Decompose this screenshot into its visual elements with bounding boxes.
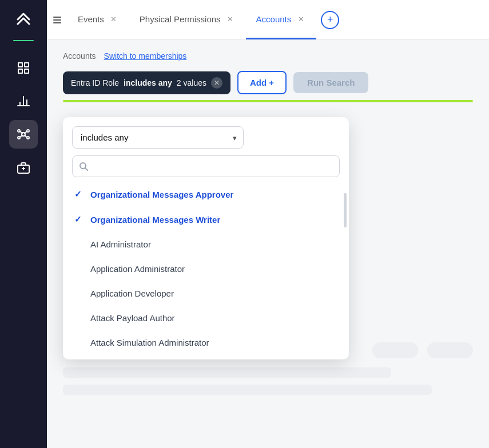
svg-rect-0 bbox=[18, 63, 22, 67]
item-label-attack-sim: Attack Simulation Administrator bbox=[90, 338, 209, 347]
operator-select-row: includes any excludes any includes all ▾ bbox=[63, 126, 349, 155]
list-item-org-messages-approver[interactable]: ✓ Organizational Messages Approver bbox=[63, 182, 349, 207]
svg-rect-2 bbox=[18, 69, 22, 73]
main-content: Accounts Switch to memberships Entra ID … bbox=[47, 0, 489, 448]
expand-sidebar-button[interactable] bbox=[49, 12, 65, 28]
tab-list: Events ✕ Physical Permissions ✕ Accounts… bbox=[67, 0, 344, 39]
ghost-row-2 bbox=[63, 385, 432, 395]
tab-accounts-close[interactable]: ✕ bbox=[296, 14, 306, 24]
add-tab-button[interactable]: + bbox=[321, 11, 339, 29]
sidebar-item-chart[interactable] bbox=[9, 87, 38, 115]
green-bar bbox=[63, 100, 473, 102]
svg-line-13 bbox=[20, 131, 22, 133]
item-label-approver: Organizational Messages Approver bbox=[90, 190, 233, 199]
sidebar-item-briefcase[interactable] bbox=[9, 153, 38, 182]
svg-rect-1 bbox=[25, 63, 29, 67]
svg-line-16 bbox=[25, 135, 27, 137]
item-label-attack-payload: Attack Payload Author bbox=[90, 313, 175, 323]
item-label-ai-admin: AI Administrator bbox=[90, 239, 151, 249]
ghost-row-1 bbox=[63, 367, 391, 378]
tab-physical-permissions-label: Physical Permissions bbox=[140, 14, 221, 24]
check-icon-approver: ✓ bbox=[74, 189, 85, 199]
add-filter-button[interactable]: Add + bbox=[237, 71, 287, 94]
operator-select-wrapper: includes any excludes any includes all ▾ bbox=[72, 126, 244, 149]
add-tab-icon: + bbox=[327, 14, 333, 26]
ghost-pill-2 bbox=[427, 342, 473, 358]
list-item-application-developer[interactable]: Application Developer bbox=[63, 281, 349, 306]
sidebar-divider bbox=[13, 40, 34, 41]
sidebar-item-network[interactable] bbox=[9, 120, 38, 149]
search-row bbox=[63, 155, 349, 182]
svg-line-15 bbox=[20, 135, 22, 137]
filter-chip: Entra ID Role includes any 2 values ✕ bbox=[63, 71, 230, 94]
tab-events[interactable]: Events ✕ bbox=[67, 0, 129, 39]
chip-suffix: 2 values bbox=[177, 78, 206, 87]
content-area: Accounts Switch to memberships Entra ID … bbox=[47, 40, 489, 413]
breadcrumb-row: Accounts Switch to memberships bbox=[63, 51, 473, 61]
list-item-attack-simulation-admin[interactable]: Attack Simulation Administrator bbox=[63, 330, 349, 355]
search-icon-wrap bbox=[72, 155, 340, 177]
item-label-app-dev: Application Developer bbox=[90, 289, 174, 298]
tab-physical-permissions[interactable]: Physical Permissions ✕ bbox=[129, 0, 246, 39]
list-item-ai-administrator[interactable]: AI Administrator bbox=[63, 232, 349, 257]
sidebar-logo[interactable] bbox=[11, 7, 36, 32]
sidebar-item-analytics[interactable] bbox=[9, 54, 38, 82]
dropdown-list: ✓ Organizational Messages Approver ✓ Org… bbox=[63, 182, 349, 355]
tab-accounts[interactable]: Accounts ✕ bbox=[246, 0, 317, 39]
scrollbar-indicator bbox=[344, 193, 347, 227]
run-search-button[interactable]: Run Search bbox=[293, 72, 368, 93]
item-label-writer: Organizational Messages Writer bbox=[90, 215, 220, 225]
check-icon-writer: ✓ bbox=[74, 214, 85, 225]
list-item-attack-payload-author[interactable]: Attack Payload Author bbox=[63, 306, 349, 330]
item-label-app-admin: Application Administrator bbox=[90, 264, 185, 274]
filter-row: Entra ID Role includes any 2 values ✕ Ad… bbox=[63, 71, 473, 94]
tab-physical-permissions-close[interactable]: ✕ bbox=[225, 14, 236, 24]
chip-close-button[interactable]: ✕ bbox=[211, 77, 222, 89]
tab-events-label: Events bbox=[78, 14, 104, 24]
list-item-org-messages-writer[interactable]: ✓ Organizational Messages Writer bbox=[63, 207, 349, 232]
dropdown-search-input[interactable] bbox=[72, 155, 340, 177]
sidebar bbox=[0, 0, 47, 448]
topbar: Events ✕ Physical Permissions ✕ Accounts… bbox=[47, 0, 489, 40]
svg-rect-3 bbox=[25, 69, 29, 73]
svg-line-14 bbox=[25, 131, 27, 133]
ghost-pill-1 bbox=[372, 342, 418, 358]
dropdown-panel: includes any excludes any includes all ▾ bbox=[63, 117, 349, 359]
breadcrumb-current: Accounts bbox=[63, 51, 96, 61]
tab-accounts-label: Accounts bbox=[256, 14, 292, 24]
chip-prefix: Entra ID Role bbox=[71, 78, 119, 87]
chip-operator: includes any bbox=[124, 78, 172, 87]
tab-events-close[interactable]: ✕ bbox=[109, 14, 119, 24]
list-item-application-administrator[interactable]: Application Administrator bbox=[63, 257, 349, 281]
switch-to-memberships-link[interactable]: Switch to memberships bbox=[104, 51, 187, 61]
operator-select[interactable]: includes any excludes any includes all bbox=[72, 126, 244, 149]
